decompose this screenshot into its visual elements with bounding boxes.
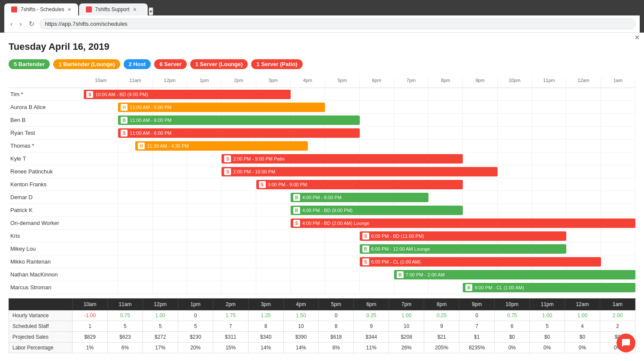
role-badge-3[interactable]: 6 Server [154, 59, 186, 69]
time-col-12pm: 12pm [153, 78, 187, 88]
stats-header-1: 10am [73, 299, 108, 310]
role-badge-5[interactable]: 1 Server (Patio) [251, 59, 302, 69]
schedule-row-7: S3:00 PM - 9:00 PM [84, 178, 635, 191]
role-badge-2[interactable]: 2 Host [124, 59, 151, 69]
stats-cell-2-7: $618 [319, 332, 354, 343]
role-letter-14: B [397, 271, 404, 278]
employee-name-8[interactable]: Demar D [9, 191, 84, 204]
stats-cell-0-13: 1.00 [530, 310, 565, 321]
schedule-row-6: S2:00 PM - 10:00 PM [84, 165, 635, 178]
time-col-8pm: 8pm [428, 78, 463, 88]
browser-address-bar: ‹ › ↻ https://app.7shifts.com/schedules [4, 15, 640, 33]
stats-cell-2-4: $311 [213, 332, 248, 343]
role-letter-7: S [259, 181, 266, 188]
time-col-6pm: 6pm [360, 78, 394, 88]
shift-bar-15[interactable]: B9:00 PM - CL (1:00 AM) [463, 283, 635, 292]
shift-bar-8[interactable]: B4:00 PM - 8:00 PM [291, 193, 428, 202]
stats-cell-1-6: 10 [283, 321, 319, 332]
time-col-1pm: 1pm [187, 78, 222, 88]
time-col-2pm: 2pm [222, 78, 256, 88]
employee-name-4[interactable]: Thomas * [9, 140, 84, 152]
shift-label-9: 4:00 PM - BD (9:00 PM) [302, 208, 352, 213]
employee-name-13[interactable]: Mikko Rantenan [9, 255, 84, 268]
tab-support[interactable]: 7shifts Support × [79, 3, 148, 15]
chat-widget[interactable] [617, 334, 635, 352]
nav-forward[interactable]: › [18, 18, 23, 30]
nav-refresh[interactable]: ↻ [27, 18, 36, 30]
schedule-row-14: B7:00 PM - 2:00 AM [84, 268, 635, 281]
schedule-rows: S10:00 AM - BD (4:00 PM)H11:00 AM - 5:00… [84, 88, 635, 294]
shift-bar-9[interactable]: B4:00 PM - BD (9:00 PM) [291, 206, 463, 215]
time-header: 10am11am12pm1pm2pm3pm4pm5pm6pm7pm8pm9pm1… [84, 78, 635, 88]
employee-name-0[interactable]: Tim * [9, 88, 84, 101]
stats-cell-0-7: 0 [319, 310, 354, 321]
tab-close-support[interactable]: × [133, 6, 137, 13]
stats-cell-0-1: 0.75 [107, 310, 143, 321]
stats-cell-2-9: $208 [389, 332, 424, 343]
employee-name-3[interactable]: Ryan Test [9, 127, 84, 140]
employee-name-11[interactable]: Kris [9, 230, 84, 243]
shift-label-8: 4:00 PM - 8:00 PM [302, 195, 342, 200]
shift-label-10: 4:00 PM - BD (2:00 AM) Lounge [302, 221, 370, 226]
employee-name-14[interactable]: Nathan MacKinnon [9, 268, 84, 281]
role-badge-1[interactable]: 1 Bartender (Lounge) [53, 59, 120, 69]
shift-bar-1[interactable]: H11:00 AM - 5:00 PM [118, 103, 325, 112]
role-letter-13: S [362, 258, 369, 265]
tab-close-schedules[interactable]: × [67, 6, 71, 13]
stats-cell-1-8: 9 [354, 321, 389, 332]
stats-cell-3-10: 205% [424, 343, 459, 353]
shift-bar-11[interactable]: S6:00 PM - BD (11:00 PM) [360, 231, 567, 241]
stats-cell-0-11: 0 [459, 310, 495, 321]
shift-bar-6[interactable]: S2:00 PM - 10:00 PM [222, 167, 498, 176]
role-badge-0[interactable]: 5 Bartender [9, 59, 50, 69]
stats-header-6: 3pm [248, 299, 283, 310]
time-col-7pm: 7pm [394, 78, 428, 88]
employee-name-7[interactable]: Kenton Franks [9, 178, 84, 191]
stats-cell-0-9: 1.00 [389, 310, 424, 321]
url-bar[interactable]: https://app.7shifts.com/schedules [39, 18, 635, 29]
close-button[interactable]: × [635, 33, 640, 42]
role-badge-4[interactable]: 1 Server (Lounge) [190, 59, 248, 69]
shift-bar-0[interactable]: S10:00 AM - BD (4:00 PM) [84, 90, 291, 99]
employee-name-9[interactable]: Patrick K [9, 204, 84, 217]
stats-header-13: 10pm [495, 299, 530, 310]
shift-label-3: 11:00 AM - 6:00 PM [130, 130, 171, 136]
stats-cell-0-3: 0 [178, 310, 213, 321]
shift-bar-7[interactable]: S3:00 PM - 9:00 PM [256, 180, 463, 189]
employee-name-10[interactable]: On-demand Worker [9, 217, 84, 230]
stats-cell-0-4: 1.75 [213, 310, 248, 321]
employee-name-15[interactable]: Marcus Stroman [9, 281, 84, 294]
stats-cell-2-10: $21 [424, 332, 459, 343]
stats-cell-1-11: 7 [459, 321, 495, 332]
shift-bar-14[interactable]: B7:00 PM - 2:00 AM [394, 270, 635, 279]
stats-cell-3-4: 15% [213, 343, 248, 353]
stats-cell-1-1: 5 [107, 321, 143, 332]
shift-bar-3[interactable]: S11:00 AM - 6:00 PM [118, 128, 359, 138]
new-tab-button[interactable]: + [149, 7, 154, 15]
stats-cell-1-7: 8 [319, 321, 354, 332]
stats-cell-1-2: 5 [143, 321, 178, 332]
employee-name-1[interactable]: Aurora B Alice [9, 101, 84, 114]
shift-bar-10[interactable]: S4:00 PM - BD (2:00 AM) Lounge [291, 218, 635, 228]
nav-back[interactable]: ‹ [9, 18, 14, 30]
stats-cell-0-5: 1.25 [248, 310, 283, 321]
shift-bar-12[interactable]: B6:00 PM - 12:00 AM Lounge [360, 244, 567, 254]
role-letter-12: B [362, 246, 369, 252]
shift-bar-13[interactable]: S6:00 PM - CL (1:00 AM) [360, 257, 601, 267]
employee-name-5[interactable]: Kyle T [9, 152, 84, 165]
schedule-area: Tim *Aurora B AliceBen BRyan TestThomas … [9, 78, 635, 353]
employee-name-12[interactable]: Mikey Lou [9, 243, 84, 255]
employee-name-6[interactable]: Renee Patinchuk [9, 165, 84, 178]
shift-bar-5[interactable]: S2:00 PM - 9:00 PM Patio [222, 154, 463, 164]
stats-cell-0-6: 1.50 [283, 310, 319, 321]
stats-cell-1-13: 5 [530, 321, 565, 332]
role-letter-15: B [465, 284, 472, 291]
time-col-9pm: 9pm [463, 78, 497, 88]
role-letter-11: S [362, 233, 369, 240]
employee-name-2[interactable]: Ben B [9, 114, 84, 127]
stats-row-1: Scheduled Staff155578108910976542 [9, 321, 635, 332]
stats-header-14: 11pm [530, 299, 565, 310]
tab-schedules[interactable]: 7shifts - Schedules × [4, 3, 78, 15]
shift-bar-4[interactable]: H11:30 AM - 4:30 PM [135, 141, 308, 151]
shift-bar-2[interactable]: B11:00 AM - 6:00 PM [118, 115, 359, 125]
